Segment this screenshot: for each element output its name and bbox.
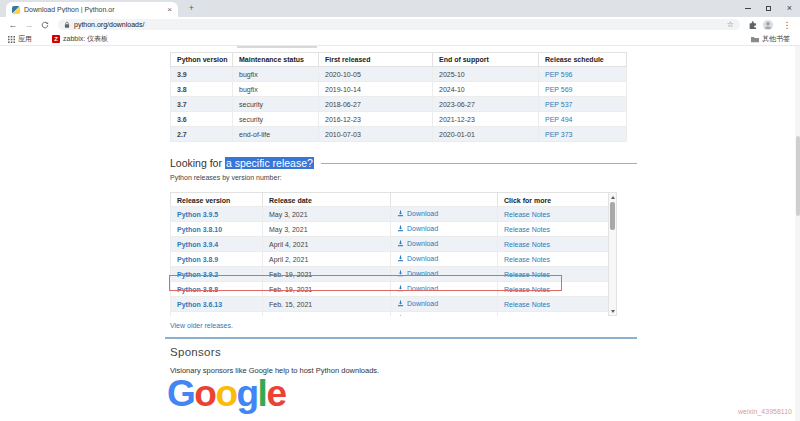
tab-close-icon[interactable]: × (167, 6, 172, 14)
watermark-text: weixin_43958110 (738, 408, 792, 415)
col-python-version: Python version (171, 53, 233, 67)
release-schedule-cell: PEP 494 (539, 112, 627, 127)
down-triangle-icon (611, 310, 615, 313)
extensions-icon[interactable] (746, 17, 758, 33)
page-scrollbar-thumb[interactable] (796, 136, 800, 216)
forward-button[interactable]: → (22, 17, 36, 33)
release-notes-link[interactable]: Release Notes (504, 271, 550, 278)
release-notes-link[interactable]: Release Notes (504, 301, 550, 308)
releases-intro: Python releases by version number: (170, 174, 282, 181)
download-cell: Download (391, 282, 498, 297)
support-table-header-row: Python version Maintenance status First … (171, 53, 627, 67)
bookmark-zabbix[interactable]: Z zabbix: 仪表板 (52, 33, 108, 45)
col-first-released: First released (319, 53, 433, 67)
release-version-cell: Python 3.8.8 (171, 282, 263, 297)
maximize-icon (766, 6, 771, 11)
release-row: Python 3.8.9April 2, 2021DownloadRelease… (171, 252, 609, 267)
download-cell: Download (391, 237, 498, 252)
release-date-cell: Feb. 19, 2021 (263, 267, 391, 282)
scrollbar-up-arrow[interactable] (609, 193, 616, 201)
profile-avatar[interactable] (761, 17, 775, 33)
release-version-link[interactable]: Python 3.9.2 (177, 271, 218, 278)
apps-shortcut[interactable]: 应用 (8, 33, 32, 45)
maximize-button[interactable] (758, 0, 779, 17)
back-button[interactable]: ← (6, 17, 20, 33)
release-version-link[interactable]: Python 3.9.4 (177, 241, 218, 248)
pep-schedule-link[interactable]: PEP 569 (545, 86, 573, 93)
release-version-cell: Python 3.8.9 (171, 252, 263, 267)
support-table-row: 2.7end-of-life2010-07-032020-01-01PEP 37… (171, 127, 627, 142)
tab-strip: Download Python | Python.or × + × (0, 0, 800, 17)
release-date-cell: May 3, 2021 (263, 222, 391, 237)
reload-icon (41, 21, 49, 29)
support-cell: 3.9 (171, 67, 233, 82)
close-button[interactable]: × (779, 0, 800, 17)
bookmark-star-icon[interactable]: ☆ (727, 21, 734, 29)
download-cell: Download (391, 267, 498, 282)
support-cell: security (233, 112, 319, 127)
support-cell: bugfix (233, 67, 319, 82)
google-logo-letter: o (215, 373, 236, 414)
release-table-scroll-area[interactable]: Python 3.9.5May 3, 2021DownloadRelease N… (170, 206, 608, 316)
download-label: Download (407, 270, 438, 277)
download-label: Download (407, 255, 438, 262)
download-link[interactable]: Download (397, 255, 438, 262)
pep-schedule-link[interactable]: PEP 373 (545, 131, 573, 138)
release-version-cell: Python 3.9.2 (171, 267, 263, 282)
release-schedule-cell: PEP 537 (539, 97, 627, 112)
release-notes-link[interactable]: Release Notes (504, 316, 550, 317)
download-link[interactable]: Download (397, 210, 438, 217)
release-version-cell: Python 3.8.10 (171, 222, 263, 237)
download-link[interactable]: Download (397, 225, 438, 232)
support-table-row: 3.8bugfix2019-10-142024-10PEP 569 (171, 82, 627, 97)
release-version-link[interactable]: Python 3.7.10 (177, 316, 222, 317)
download-link[interactable]: Download (397, 285, 438, 292)
url-text[interactable]: python.org/downloads/ (74, 21, 144, 28)
download-cell: Download (391, 297, 498, 312)
download-icon (397, 225, 404, 232)
pep-schedule-link[interactable]: PEP 494 (545, 116, 573, 123)
col-end-of-support: End of support (433, 53, 539, 67)
release-version-link[interactable]: Python 3.9.5 (177, 211, 218, 218)
download-link[interactable]: Download (397, 240, 438, 247)
notes-cell: Release Notes (498, 222, 609, 237)
download-label: Download (407, 240, 438, 247)
release-version-link[interactable]: Python 3.8.10 (177, 226, 222, 233)
scrollbar-down-arrow[interactable] (609, 307, 616, 315)
release-row: Python 3.8.8Feb. 19, 2021DownloadRelease… (171, 282, 609, 297)
view-older-releases-link[interactable]: View older releases. (170, 322, 233, 329)
support-cell: 2020-10-05 (319, 67, 433, 82)
release-row: Python 3.9.2Feb. 19, 2021DownloadRelease… (171, 267, 609, 282)
release-notes-link[interactable]: Release Notes (504, 286, 550, 293)
release-version-link[interactable]: Python 3.8.8 (177, 286, 218, 293)
window-controls: × (737, 0, 800, 17)
pep-schedule-link[interactable]: PEP 596 (545, 71, 573, 78)
download-icon (397, 270, 404, 277)
active-tab[interactable]: Download Python | Python.or × (6, 2, 178, 17)
release-notes-link[interactable]: Release Notes (504, 226, 550, 233)
notes-cell: Release Notes (498, 207, 609, 222)
release-version-link[interactable]: Python 3.6.13 (177, 301, 222, 308)
release-table-scrollbar[interactable] (608, 192, 617, 316)
release-notes-link[interactable]: Release Notes (504, 241, 550, 248)
minimize-button[interactable] (737, 0, 758, 17)
pep-schedule-link[interactable]: PEP 537 (545, 101, 573, 108)
menu-dots-icon[interactable]: ⋮ (780, 17, 794, 33)
scrollbar-thumb[interactable] (610, 202, 615, 230)
reload-button[interactable] (38, 17, 52, 33)
release-notes-link[interactable]: Release Notes (504, 256, 550, 263)
page-scrollbar[interactable] (795, 46, 800, 421)
release-notes-link[interactable]: Release Notes (504, 211, 550, 218)
support-table-row: 3.7security2018-06-272023-06-27PEP 537 (171, 97, 627, 112)
notes-cell: Release Notes (498, 252, 609, 267)
address-bar[interactable]: python.org/downloads/ ☆ (58, 19, 740, 30)
heading-prefix: Looking for (170, 157, 225, 169)
download-link[interactable]: Download (397, 300, 438, 307)
download-link[interactable]: Download (397, 270, 438, 277)
other-bookmarks[interactable]: 其他书签 (751, 33, 790, 45)
download-link[interactable]: Download (397, 315, 438, 316)
other-bookmarks-label: 其他书签 (762, 34, 790, 44)
release-version-link[interactable]: Python 3.8.9 (177, 256, 218, 263)
new-tab-button[interactable]: + (186, 3, 197, 14)
notes-cell: Release Notes (498, 297, 609, 312)
